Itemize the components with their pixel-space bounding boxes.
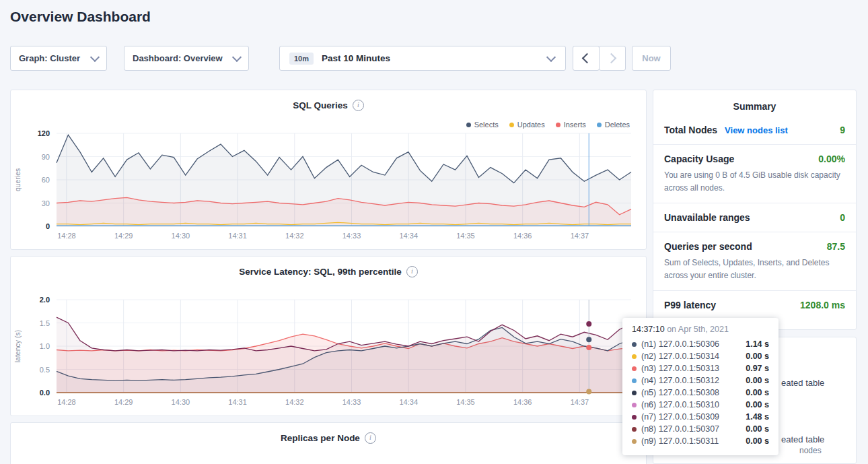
tooltip-node-label: (n7) 127.0.0.1:50309 [641,412,719,422]
svg-text:14:36: 14:36 [513,398,532,406]
page-title: Overview Dashboard [10,9,151,25]
event-text-fragment: nodes [799,446,822,455]
tooltip-series-row: (n3) 127.0.0.1:503130.97 s [632,362,769,374]
event-text-fragment: eated table [781,378,824,388]
chevron-down-icon [546,52,556,61]
graph-dropdown-value: Cluster [50,53,80,63]
time-prev-button[interactable] [573,46,600,71]
series-color-dot-icon [632,378,637,383]
chart-1-svg: 0.00.51.01.52.014:2814:2914:3014:3114:32… [11,294,646,413]
series-color-dot-icon [632,403,637,407]
graph-scope-dropdown[interactable]: Graph: Cluster [10,46,107,71]
svg-text:14:34: 14:34 [399,398,418,406]
svg-text:0.5: 0.5 [40,366,50,374]
info-icon[interactable]: i [406,266,418,277]
chart-title: SQL Queries [293,100,348,110]
tooltip-node-label: (n5) 127.0.0.1:50308 [641,388,719,397]
svg-text:latency (s): latency (s) [13,330,22,362]
chevron-down-icon [90,52,100,61]
svg-text:queries: queries [13,168,22,191]
svg-text:1.5: 1.5 [40,319,50,327]
dashboard-dropdown[interactable]: Dashboard: Overview [124,46,249,71]
capacity-value: 0.00% [818,154,845,164]
series-color-dot-icon [632,366,637,371]
chart-title-row: Replicas per Node i [11,423,646,444]
tooltip-node-label: (n2) 127.0.0.1:50314 [641,352,719,361]
tooltip-timestamp: 14:37:10 on Apr 5th, 2021 [632,325,769,338]
tooltip-node-value: 0.00 s [746,376,769,385]
legend-dot-icon [556,123,560,127]
svg-text:14:35: 14:35 [456,398,475,406]
tooltip-series-row: (n1) 127.0.0.1:503061.14 s [632,338,769,350]
svg-text:14:37: 14:37 [571,398,589,406]
tooltip-series-row: (n6) 127.0.0.1:503100.00 s [632,399,769,411]
tooltip-node-value: 0.00 s [746,388,769,397]
svg-text:14:36: 14:36 [513,232,532,240]
tooltip-node-value: 1.14 s [746,339,769,349]
unavailable-ranges-label: Unavailable ranges [664,212,750,223]
p99-label: P99 latency [664,300,716,310]
graph-dropdown-label: Graph: [19,53,48,63]
legend-dot-icon [597,123,602,127]
tooltip-node-label: (n1) 127.0.0.1:50306 [641,339,719,349]
now-button[interactable]: Now [632,46,671,71]
dashboard-dropdown-label: Dashboard: [133,53,181,63]
info-icon[interactable]: i [353,100,364,111]
time-next-button[interactable] [599,46,626,71]
chevron-down-icon [232,52,242,61]
qps-label: Queries per second [664,241,752,252]
svg-text:14:32: 14:32 [285,398,304,406]
tooltip-node-value: 0.97 s [746,364,769,373]
series-color-dot-icon [632,439,637,444]
svg-text:60: 60 [42,176,50,184]
qps-description: Sum of Selects, Updates, Inserts, and De… [664,257,845,281]
service-latency-chart[interactable]: 0.00.51.01.52.014:2814:2914:3014:3114:32… [11,294,646,416]
capacity-description: You are using 0 B of 4.5 GiB usable disk… [664,169,845,194]
tooltip-series-row: (n7) 127.0.0.1:503091.48 s [632,411,769,423]
unavailable-ranges-value: 0 [840,212,845,223]
tooltip-series-row: (n2) 127.0.0.1:503140.00 s [632,350,769,362]
tooltip-node-label: (n4) 127.0.0.1:50312 [641,376,719,385]
total-nodes-label: Total Nodes [664,125,717,135]
sql-queries-chart[interactable]: 030609012014:2814:2914:3014:3114:3214:33… [11,128,646,249]
legend-dot-icon [509,123,514,127]
chart-0-svg: 030609012014:2814:2914:3014:3114:3214:33… [11,128,646,246]
series-color-dot-icon [632,391,637,395]
tooltip-node-value: 0.00 s [746,436,769,446]
capacity-label: Capacity Usage [664,154,734,164]
chart-hover-tooltip: 14:37:10 on Apr 5th, 2021 (n1) 127.0.0.1… [622,318,779,455]
tooltip-date: on Apr 5th, 2021 [667,325,729,334]
tooltip-series-row: (n4) 127.0.0.1:503120.00 s [632,374,769,387]
summary-qps: Queries per second 87.5 Sum of Selects, … [653,232,856,290]
svg-text:14:30: 14:30 [172,398,190,406]
tooltip-time: 14:37:10 [632,325,665,334]
graph-dropdown-text: Graph: Cluster [19,53,80,63]
summary-header: Summary [653,90,856,116]
view-nodes-list-link[interactable]: View nodes list [725,125,788,135]
summary-total-nodes: Total Nodes View nodes list 9 [653,116,856,144]
svg-text:0.0: 0.0 [40,389,50,397]
chevron-left-icon [582,53,593,64]
svg-text:14:29: 14:29 [114,398,133,406]
series-color-dot-icon [632,415,637,420]
svg-text:14:33: 14:33 [342,398,361,406]
chart-title: Service Latency: SQL, 99th percentile [239,267,402,277]
total-nodes-value: 9 [840,125,845,135]
svg-text:1.0: 1.0 [40,342,50,350]
p99-value: 1208.0 ms [800,300,845,310]
svg-text:14:28: 14:28 [57,398,76,406]
service-latency-card: Service Latency: SQL, 99th percentile i … [10,256,647,416]
info-icon[interactable]: i [365,432,376,444]
time-range-value: Past 10 Minutes [322,53,390,63]
svg-text:14:28: 14:28 [57,232,76,240]
dashboard-dropdown-value: Overview [184,53,223,63]
tooltip-node-label: (n9) 127.0.0.1:50311 [641,436,719,446]
chart-title-row: SQL Queries i [11,90,646,111]
tooltip-node-value: 1.48 s [746,412,769,422]
svg-text:14:35: 14:35 [456,232,475,240]
time-range-dropdown[interactable]: 10m Past 10 Minutes [279,46,566,71]
time-range-badge: 10m [289,53,314,65]
chevron-right-icon [606,53,617,64]
tooltip-series-row: (n9) 127.0.0.1:503110.00 s [632,435,769,447]
summary-unavailable-ranges: Unavailable ranges 0 [653,203,856,232]
